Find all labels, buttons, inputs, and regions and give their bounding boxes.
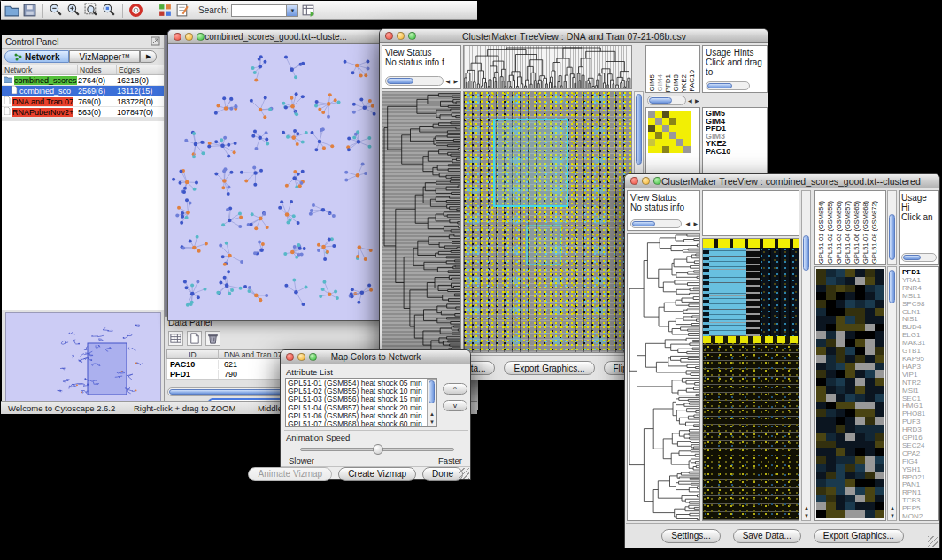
tv2-zoom-vscrollbar[interactable]: ▲ ▼	[887, 266, 897, 521]
animation-speed-slider[interactable]	[300, 448, 454, 451]
tv1-heatmap-selection-secondary[interactable]	[526, 225, 561, 265]
tv1-gene-dendrogram[interactable]	[382, 91, 461, 353]
tv1-heatmap-selection[interactable]	[493, 119, 568, 207]
close-icon[interactable]	[286, 353, 294, 361]
dialog-titlebar[interactable]: Map Colors to Network	[281, 350, 470, 364]
network-list-row[interactable]: RNAPuberNov2+563(0)107847(0)	[2, 107, 164, 118]
tv2-status-hscrollbar[interactable]	[630, 219, 682, 228]
tv2-zoom-vscroll-thumb[interactable]	[889, 270, 895, 303]
treeview2-titlebar[interactable]: ClusterMaker TreeView : combined_scores_…	[625, 174, 939, 188]
tv2-action-button[interactable]: Settings...	[661, 529, 720, 543]
close-icon[interactable]	[385, 32, 393, 40]
tv1-matrix-cell[interactable]	[676, 146, 683, 153]
tv1-matrix-cell[interactable]	[655, 125, 662, 132]
close-icon[interactable]	[174, 33, 181, 41]
tv1-matrix-cell[interactable]	[662, 139, 669, 146]
tv2-heatmap[interactable]	[702, 238, 799, 521]
tv1-matrix-cell[interactable]	[669, 146, 676, 153]
dialog-action-button[interactable]: Done	[422, 467, 463, 481]
scroll-up-icon[interactable]: ▲	[429, 410, 435, 418]
network-list-row[interactable]: DNA and Tran 07769(0)183728(0)	[2, 96, 164, 107]
scroll-right-icon[interactable]: ▶	[693, 220, 698, 227]
tv2-main-vscroll-thumb[interactable]	[803, 235, 809, 271]
zoom-fit-icon[interactable]	[84, 3, 99, 18]
tv1-matrix-cell[interactable]	[662, 132, 669, 139]
col-nodes[interactable]: Nodes	[78, 65, 117, 74]
tv1-matrix-cell[interactable]	[669, 111, 676, 118]
float-panel-icon[interactable]	[151, 34, 160, 50]
tv1-matrix-cell[interactable]	[648, 139, 655, 146]
network-list-row[interactable]: combined_scores2764(0)16218(0)	[2, 75, 164, 86]
tv1-vscroll-thumb[interactable]	[636, 94, 642, 165]
tv1-matrix-cell[interactable]	[683, 125, 691, 132]
tv1-gene-label[interactable]: PAC10	[706, 148, 767, 156]
zoom-window-icon[interactable]	[197, 33, 205, 41]
tv1-matrix-cell[interactable]	[648, 132, 655, 139]
tv1-matrix-cell[interactable]	[669, 132, 676, 139]
tv1-action-button[interactable]: Export Graphics...	[504, 361, 594, 375]
tv2-usage-hscrollbar[interactable]	[901, 253, 937, 262]
delete-attribute-icon[interactable]	[205, 331, 220, 346]
move-up-button[interactable]: ^	[443, 383, 467, 395]
minimize-icon[interactable]	[297, 353, 305, 361]
zoom-out-icon[interactable]	[49, 3, 64, 18]
col-id[interactable]: ID	[167, 350, 219, 359]
tv2-gene-dendrogram[interactable]	[627, 233, 700, 521]
tv1-usage-hscroll-thumb[interactable]	[707, 83, 732, 88]
tv1-zoom-hscrollbar[interactable]	[647, 96, 686, 105]
col-network[interactable]: Network	[2, 65, 78, 74]
attribute-list-vscroll-thumb[interactable]	[429, 380, 435, 403]
tv2-main-vscrollbar[interactable]: ▲ ▼	[801, 190, 811, 521]
scroll-left-icon[interactable]: ◀	[445, 78, 450, 85]
dialog-action-button[interactable]: Animate Vizmap	[248, 467, 332, 481]
search-dropdown-icon[interactable]: ▼	[286, 5, 297, 16]
dialog-action-button[interactable]: Create Vizmap	[338, 467, 416, 481]
tv2-zoom-heatmap-panel[interactable]	[814, 266, 886, 521]
attribute-list-vscrollbar[interactable]: ▲ ▼	[427, 379, 436, 426]
tv2-labels-vscrollbar[interactable]	[887, 190, 897, 265]
scroll-right-icon[interactable]: ▶	[695, 97, 699, 104]
tv2-gene-label[interactable]: MON2	[902, 513, 938, 521]
tv1-zoom-hscroll-thumb[interactable]	[649, 97, 672, 104]
attribute-list-item[interactable]: GPL51-07 (GSM868) heat shock 60 min	[288, 420, 435, 427]
tv1-matrix-cell[interactable]	[662, 118, 669, 125]
tv1-matrix-cell[interactable]	[648, 146, 655, 153]
scroll-down-icon[interactable]: ▼	[890, 512, 895, 519]
attribute-listbox[interactable]: GPL51-01 (GSM854) heat shock 05 minGPL51…	[285, 378, 437, 427]
select-attributes-icon[interactable]	[168, 331, 183, 346]
tv2-action-button[interactable]: Export Graphics...	[814, 529, 904, 543]
open-folder-icon[interactable]	[4, 3, 19, 18]
tab-network[interactable]: Network	[4, 50, 69, 63]
scroll-right-icon[interactable]: ▶	[453, 78, 458, 85]
tv2-status-hscroll-thumb[interactable]	[632, 221, 655, 226]
import-table-icon[interactable]	[301, 3, 316, 18]
network-list-row[interactable]: combined_sco2569(6)13112(15)	[2, 86, 164, 96]
network-canvas[interactable]	[168, 44, 382, 320]
scroll-left-icon[interactable]: ◀	[688, 97, 692, 104]
tv1-matrix-cell[interactable]	[669, 139, 676, 146]
tv1-matrix-cell[interactable]	[648, 125, 655, 132]
tv1-matrix-cell[interactable]	[648, 118, 655, 125]
slider-thumb[interactable]	[373, 444, 383, 455]
tv1-matrix-cell[interactable]	[683, 139, 691, 146]
resize-grip-icon[interactable]	[459, 468, 469, 479]
tv1-matrix-cell[interactable]	[683, 146, 691, 153]
tv2-labels-vscroll-thumb[interactable]	[889, 214, 895, 260]
tv1-matrix-cell[interactable]	[662, 111, 669, 118]
zoom-window-icon[interactable]	[653, 177, 661, 185]
network-window-titlebar[interactable]: combined_scores_good.txt--cluste...	[168, 30, 382, 44]
annotation-icon[interactable]	[175, 3, 190, 18]
tv1-matrix-cell[interactable]	[655, 146, 662, 153]
col-edges[interactable]: Edges	[117, 65, 164, 74]
tv1-cluster-similarity-matrix[interactable]	[648, 111, 691, 153]
tv2-usage-hscroll-thumb[interactable]	[903, 255, 921, 260]
tv1-usage-hscrollbar[interactable]	[706, 81, 750, 90]
tv1-status-hscroll-thumb[interactable]	[387, 78, 413, 84]
tv1-heatmap[interactable]	[463, 91, 632, 353]
scroll-up-icon[interactable]: ▲	[804, 504, 809, 511]
tv1-matrix-cell[interactable]	[662, 146, 669, 153]
minimize-icon[interactable]	[185, 33, 193, 41]
treeview1-titlebar[interactable]: ClusterMaker TreeView : DNA and Tran 07-…	[380, 29, 768, 43]
tv1-matrix-cell[interactable]	[676, 132, 683, 139]
tv1-matrix-cell[interactable]	[655, 132, 662, 139]
